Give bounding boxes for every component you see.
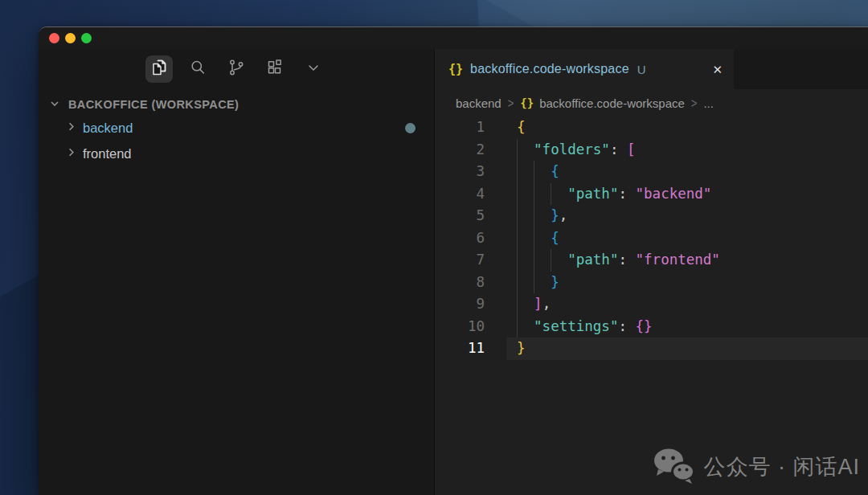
code-text: "path": "backend" xyxy=(485,183,711,206)
close-window-button[interactable] xyxy=(49,33,59,43)
code-line-6[interactable]: 6 { xyxy=(435,227,868,250)
sidebar: BACKOFFICE (WORKSPACE) backendfrontend xyxy=(39,49,435,495)
tab-bar[interactable]: {} backoffice.code-workspace U ✕ xyxy=(435,49,868,89)
code-text: "path": "frontend" xyxy=(485,249,720,272)
code-text: { xyxy=(485,161,559,183)
code-text: }, xyxy=(485,205,567,227)
indent-guide xyxy=(517,293,518,316)
files-icon xyxy=(149,58,169,80)
line-number: 3 xyxy=(435,161,485,183)
line-number: 10 xyxy=(435,316,485,338)
wechat-icon xyxy=(652,447,695,487)
search-icon xyxy=(188,58,207,80)
chevron-down-icon xyxy=(48,97,68,112)
code-line-5[interactable]: 5 }, xyxy=(435,205,868,227)
indent-guide xyxy=(517,272,518,294)
tab-label: backoffice.code-workspace xyxy=(470,62,629,76)
line-number: 5 xyxy=(435,205,485,227)
code-editor[interactable]: 1{2 "folders": [3 {4 "path": "backend"5 … xyxy=(435,117,868,495)
workspace-title: BACKOFFICE (WORKSPACE) xyxy=(68,98,239,111)
desktop-wallpaper: BACKOFFICE (WORKSPACE) backendfrontend {… xyxy=(0,0,868,495)
code-text: } xyxy=(485,338,526,360)
indent-guide xyxy=(517,316,518,338)
code-text: } xyxy=(485,272,559,294)
line-number: 2 xyxy=(435,139,485,162)
line-number: 8 xyxy=(435,272,485,294)
breadcrumb-item[interactable]: backoffice.code-workspace xyxy=(539,96,685,110)
watermark: 公众号 · 闲话AI xyxy=(652,447,860,487)
indent-guide xyxy=(551,183,551,206)
tree-item-label: frontend xyxy=(83,146,132,162)
json-file-icon: {} xyxy=(448,62,463,76)
indent-guide xyxy=(534,272,534,294)
tab-backoffice-code-workspace[interactable]: {} backoffice.code-workspace U ✕ xyxy=(435,49,734,89)
file-tree: backendfrontend xyxy=(39,115,434,166)
line-number: 4 xyxy=(435,183,485,206)
close-tab-icon[interactable]: ✕ xyxy=(712,63,723,76)
code-text: "folders": [ xyxy=(485,139,636,162)
breadcrumb-item[interactable]: backend xyxy=(456,96,502,110)
code-line-3[interactable]: 3 { xyxy=(435,161,868,183)
breadcrumb-item[interactable]: ... xyxy=(703,96,714,110)
indent-guide xyxy=(551,249,551,272)
activity-bar xyxy=(39,49,434,89)
explorer-button[interactable] xyxy=(145,55,173,83)
indent-guide xyxy=(517,139,518,162)
indent-guide xyxy=(517,205,518,227)
indent-guide xyxy=(534,227,534,250)
code-text: ], xyxy=(485,293,551,316)
code-line-9[interactable]: 9 ], xyxy=(435,293,868,316)
code-line-11[interactable]: 11} xyxy=(435,338,868,360)
git-status-badge: U xyxy=(637,63,646,76)
more-views-button[interactable] xyxy=(300,55,327,83)
indent-guide xyxy=(534,249,534,272)
minimize-window-button[interactable] xyxy=(65,33,76,43)
watermark-text: 公众号 · 闲话AI xyxy=(703,452,860,481)
tree-item-backend[interactable]: backend xyxy=(39,115,434,141)
code-text: { xyxy=(485,117,526,139)
code-line-4[interactable]: 4 "path": "backend" xyxy=(435,183,868,206)
code-line-1[interactable]: 1{ xyxy=(435,117,868,139)
tree-item-frontend[interactable]: frontend xyxy=(39,141,434,166)
indent-guide xyxy=(517,161,518,183)
line-number: 11 xyxy=(435,338,485,360)
indent-guide xyxy=(517,183,518,206)
editor-group: {} backoffice.code-workspace U ✕ backend… xyxy=(435,49,868,495)
indent-guide xyxy=(534,183,534,206)
indent-guide xyxy=(534,205,534,227)
indent-guide xyxy=(534,161,534,183)
extensions-button[interactable] xyxy=(261,55,289,83)
zoom-window-button[interactable] xyxy=(81,33,92,43)
code-line-8[interactable]: 8 } xyxy=(435,272,868,294)
chevron-right-icon xyxy=(65,146,83,162)
traffic-lights xyxy=(49,33,92,43)
source-control-button[interactable] xyxy=(223,55,250,83)
search-button[interactable] xyxy=(184,55,211,83)
breadcrumb[interactable]: backend>{}backoffice.code-workspace>... xyxy=(435,89,868,117)
line-number: 6 xyxy=(435,227,485,250)
extensions-icon xyxy=(265,58,285,80)
code-line-2[interactable]: 2 "folders": [ xyxy=(435,139,868,162)
code-line-7[interactable]: 7 "path": "frontend" xyxy=(435,249,868,272)
chevron-down-icon xyxy=(304,58,323,80)
line-number: 1 xyxy=(435,117,485,139)
code-text: { xyxy=(485,227,559,250)
vscode-window: BACKOFFICE (WORKSPACE) backendfrontend {… xyxy=(39,27,868,495)
breadcrumb-separator-icon: > xyxy=(508,96,514,111)
code-text: "settings": {} xyxy=(485,316,653,338)
indent-guide xyxy=(517,249,518,272)
chevron-right-icon xyxy=(65,121,83,136)
branch-icon xyxy=(227,58,246,80)
tree-item-label: backend xyxy=(83,121,133,136)
line-number: 7 xyxy=(435,249,485,272)
window-titlebar[interactable] xyxy=(39,27,868,49)
breadcrumb-separator-icon: > xyxy=(691,96,698,111)
workspace-section-header[interactable]: BACKOFFICE (WORKSPACE) xyxy=(39,94,434,115)
indent-guide xyxy=(517,227,518,250)
code-line-10[interactable]: 10 "settings": {} xyxy=(435,316,868,338)
json-file-icon: {} xyxy=(520,96,534,109)
line-number: 9 xyxy=(435,293,485,316)
modified-dot-badge xyxy=(405,123,416,133)
